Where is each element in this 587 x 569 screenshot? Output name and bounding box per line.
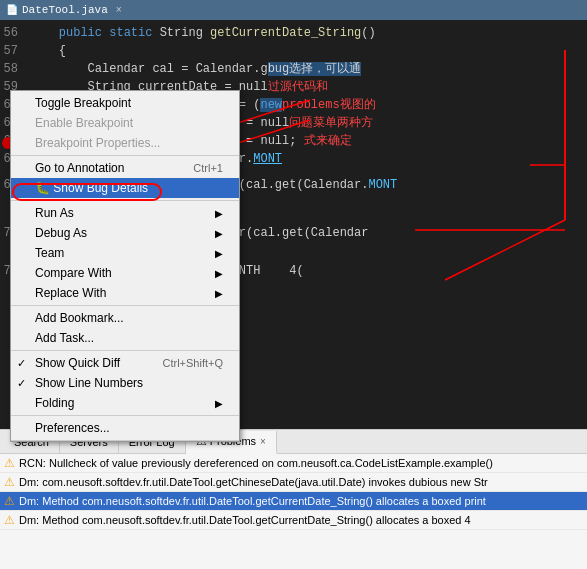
close-icon[interactable]: × bbox=[116, 5, 122, 16]
submenu-arrow: ▶ bbox=[215, 268, 223, 279]
error-icon: ⚠ bbox=[4, 494, 15, 508]
menu-item-debug-as[interactable]: Debug As ▶ bbox=[11, 223, 239, 243]
code-line-56: 56 public static String getCurrentDate_S… bbox=[0, 24, 587, 42]
warning-icon: ⚠ bbox=[4, 513, 15, 527]
file-icon: 📄 bbox=[6, 4, 18, 16]
problem-item-3[interactable]: ⚠ Dm: Method com.neusoft.softdev.fr.util… bbox=[0, 492, 587, 511]
menu-section-run: Run As ▶ Debug As ▶ Team ▶ Compare With … bbox=[11, 201, 239, 306]
warning-icon: ⚠ bbox=[4, 456, 15, 470]
menu-item-show-quick-diff[interactable]: ✓ Show Quick Diff Ctrl+Shift+Q bbox=[11, 353, 239, 373]
checkmark-icon: ✓ bbox=[17, 377, 26, 390]
menu-item-breakpoint-properties[interactable]: Breakpoint Properties... bbox=[11, 133, 239, 153]
title-bar: 📄 DateTool.java × bbox=[0, 0, 587, 20]
menu-item-compare-with[interactable]: Compare With ▶ bbox=[11, 263, 239, 283]
problem-list: ⚠ RCN: Nullcheck of value previously der… bbox=[0, 454, 587, 530]
menu-item-go-to-annotation[interactable]: Go to Annotation Ctrl+1 bbox=[11, 158, 239, 178]
menu-section-view: ✓ Show Quick Diff Ctrl+Shift+Q ✓ Show Li… bbox=[11, 351, 239, 416]
menu-section-annotation: Go to Annotation Ctrl+1 🐛 Show Bug Detai… bbox=[11, 156, 239, 201]
menu-item-run-as[interactable]: Run As ▶ bbox=[11, 203, 239, 223]
submenu-arrow: ▶ bbox=[215, 288, 223, 299]
checkmark-icon: ✓ bbox=[17, 357, 26, 370]
code-line-58: 58 Calendar cal = Calendar.gbug选择，可以通 bbox=[0, 60, 587, 78]
menu-section-preferences: Preferences... bbox=[11, 416, 239, 441]
menu-item-add-bookmark[interactable]: Add Bookmark... bbox=[11, 308, 239, 328]
submenu-arrow: ▶ bbox=[215, 398, 223, 409]
code-line-57: 57 { bbox=[0, 42, 587, 60]
menu-item-folding[interactable]: Folding ▶ bbox=[11, 393, 239, 413]
problem-item-2[interactable]: ⚠ Dm: com.neusoft.softdev.fr.util.DateTo… bbox=[0, 473, 587, 492]
problem-text-2: Dm: com.neusoft.softdev.fr.util.DateTool… bbox=[19, 476, 488, 488]
menu-item-replace-with[interactable]: Replace With ▶ bbox=[11, 283, 239, 303]
menu-item-preferences[interactable]: Preferences... bbox=[11, 418, 239, 438]
submenu-arrow: ▶ bbox=[215, 248, 223, 259]
menu-item-add-task[interactable]: Add Task... bbox=[11, 328, 239, 348]
menu-item-team[interactable]: Team ▶ bbox=[11, 243, 239, 263]
problem-text-1: RCN: Nullcheck of value previously deref… bbox=[19, 457, 493, 469]
submenu-arrow: ▶ bbox=[215, 208, 223, 219]
panel-content-problems: ⚠ RCN: Nullcheck of value previously der… bbox=[0, 454, 587, 568]
submenu-arrow: ▶ bbox=[215, 228, 223, 239]
menu-item-enable-breakpoint[interactable]: Enable Breakpoint bbox=[11, 113, 239, 133]
warning-icon: ⚠ bbox=[4, 475, 15, 489]
context-menu: Toggle Breakpoint Enable Breakpoint Brea… bbox=[10, 90, 240, 442]
menu-section-breakpoint: Toggle Breakpoint Enable Breakpoint Brea… bbox=[11, 91, 239, 156]
problem-text-4: Dm: Method com.neusoft.softdev.fr.util.D… bbox=[19, 514, 471, 526]
problem-item-1[interactable]: ⚠ RCN: Nullcheck of value previously der… bbox=[0, 454, 587, 473]
menu-item-show-line-numbers[interactable]: ✓ Show Line Numbers bbox=[11, 373, 239, 393]
menu-item-toggle-breakpoint[interactable]: Toggle Breakpoint bbox=[11, 93, 239, 113]
menu-section-bookmarks: Add Bookmark... Add Task... bbox=[11, 306, 239, 351]
problem-item-4[interactable]: ⚠ Dm: Method com.neusoft.softdev.fr.util… bbox=[0, 511, 587, 530]
tab-close-icon[interactable]: × bbox=[260, 436, 266, 447]
bottom-panel: Search Servers Error Log ⚠ Problems × ⚠ … bbox=[0, 429, 587, 569]
menu-item-show-bug-details[interactable]: 🐛 Show Bug Details bbox=[11, 178, 239, 198]
problem-text-3: Dm: Method com.neusoft.softdev.fr.util.D… bbox=[19, 495, 486, 507]
title-text: DateTool.java bbox=[22, 4, 108, 16]
